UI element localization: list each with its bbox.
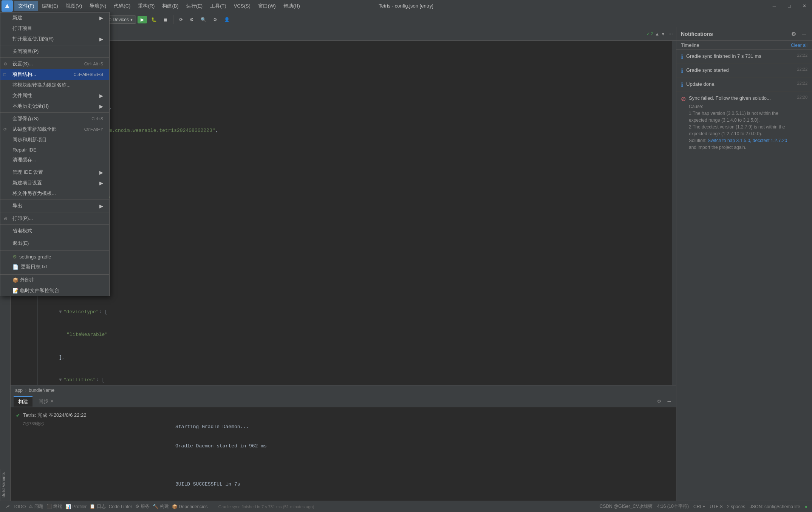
check-status: ✓ 2 [647, 31, 653, 36]
menu-edit[interactable]: 编辑(E) [38, 1, 62, 11]
menu-new[interactable]: 新建 ▶ [0, 12, 109, 23]
menu-file-update-log[interactable]: 📄 更新日志.txt [0, 261, 109, 272]
menu-external-libs[interactable]: 📦 外部库 [0, 275, 109, 285]
menu-file[interactable]: 文件(F) [14, 1, 38, 11]
debug-button[interactable]: 🐛 [148, 16, 159, 23]
editor-scrollbar[interactable] [672, 41, 676, 385]
run-button[interactable]: ▶ [138, 16, 147, 23]
menu-exit-label: 退出(E) [12, 240, 29, 247]
status-todo[interactable]: TODO [13, 504, 26, 509]
status-problems[interactable]: ⚠ 问题 [29, 503, 43, 510]
tab-more-btn[interactable]: ✓ 2 ▲ ▼ ⋯ [643, 27, 676, 40]
code-content[interactable]: ▼{ ▼"app": { "vendor": "cnoim", "bundleN… [38, 41, 672, 385]
toolbar-profile[interactable]: 👤 [221, 16, 232, 23]
menu-local-history[interactable]: 本地历史记录(H) ▶ [0, 101, 109, 111]
menu-save-all[interactable]: 全部保存(S) Ctrl+S [0, 113, 109, 124]
svg-marker-0 [5, 4, 9, 8]
menu-navigate[interactable]: 导航(N) [86, 1, 110, 11]
menu-new-arrow: ▶ [99, 15, 103, 21]
notif-item-4: ⊘ Sync failed. Follow the given solutio.… [676, 92, 812, 154]
menu-code[interactable]: 代码(C) [110, 1, 134, 11]
menu-save-as-template-label: 将文件另存为模板... [12, 190, 56, 197]
menu-file-settings-gradle[interactable]: ⚙ settings.gradle [0, 252, 109, 261]
build-panel-content: ✔ Tetris: 完成 在2024/8/6 22:22 7秒739毫秒 Sta… [11, 407, 676, 501]
breadcrumb-bundle-name[interactable]: bundleName [29, 388, 54, 393]
toolbar-search[interactable]: 🔍 [198, 16, 209, 23]
close-button[interactable]: ✕ [797, 0, 812, 12]
left-tab-build-variants[interactable]: Build Variants [0, 469, 10, 501]
menu-power-save[interactable]: 省电模式 [0, 226, 109, 236]
toolbar-gear[interactable]: ⚙ [210, 16, 220, 23]
status-terminal[interactable]: ⬛ 终端 [46, 503, 62, 510]
menu-run[interactable]: 运行(E) [183, 1, 206, 11]
maximize-button[interactable]: □ [782, 0, 797, 12]
menu-manage-ide[interactable]: 管理 IDE 设置 ▶ [0, 167, 109, 178]
menu-save-all-shortcut: Ctrl+S [84, 116, 103, 121]
menu-open-project[interactable]: 打开项目 [0, 23, 109, 34]
output-line-4: BUILD SUCCESSFUL in 7s [175, 481, 670, 489]
bottom-tab-sync[interactable]: 同步 ✕ [34, 396, 59, 406]
menu-new-project-settings[interactable]: 新建项目设置 ▶ [0, 178, 109, 188]
menu-close-project[interactable]: 关闭项目(P) [0, 46, 109, 57]
sync-tab-close[interactable]: ✕ [50, 398, 54, 404]
menu-recent[interactable]: 打开最近使用的(R) ▶ [0, 34, 109, 44]
notif-error-icon-4: ⊘ [681, 95, 686, 102]
menu-exit[interactable]: 退出(E) [0, 238, 109, 249]
output-line-1: Starting Gradle Daemon... [175, 423, 670, 431]
notification-list: ℹ Gradle sync finished in 7 s 731 ms 22:… [676, 50, 812, 501]
menu-refactor[interactable]: 重构(R) [134, 1, 158, 11]
status-linter[interactable]: Code Linter [109, 504, 132, 509]
notif-link-4[interactable]: Switch to hap 3.1.5.0, decctest 1.2.7.20 [708, 138, 787, 143]
clear-all-btn[interactable]: Clear all [791, 43, 807, 48]
file-menu-sep-4 [0, 166, 109, 166]
status-log[interactable]: 📋 日志 [90, 503, 105, 510]
bottom-ctrl-settings[interactable]: ⚙ [655, 398, 664, 405]
bottom-ctrl-close[interactable]: ─ [665, 398, 673, 405]
menu-settings[interactable]: ⚙ 设置(S)... Ctrl+Alt+S [0, 59, 109, 69]
fold-15[interactable]: ▼ [59, 376, 62, 384]
status-encoding[interactable]: CRLF [693, 504, 705, 509]
status-position[interactable]: 4:16 (10个字符) [657, 503, 689, 510]
status-profiler[interactable]: 📊 Profiler [65, 504, 87, 509]
menu-print[interactable]: 🖨 打印(P)... [0, 213, 109, 224]
status-services[interactable]: ⚙ 服务 [135, 503, 150, 510]
bottom-tab-build[interactable]: 构建 [14, 396, 32, 407]
menu-save-as-template[interactable]: 将文件另存为模板... [0, 188, 109, 199]
menu-reload-all[interactable]: ⟳ 从磁盘重新加载全部 Ctrl+Alt+Y [0, 124, 109, 135]
menu-scratch-files[interactable]: 📝 临时文件和控制台 [0, 285, 109, 296]
menu-save-all-label: 全部保存(S) [12, 115, 39, 122]
fold-12[interactable]: ▼ [59, 308, 62, 316]
status-charset[interactable]: UTF-8 [710, 504, 722, 509]
menu-repair-ide-label: Repair IDE [12, 147, 37, 153]
toolbar-settings2[interactable]: ⚙ [187, 16, 196, 23]
menu-file-settings-gradle-label: settings.gradle [19, 254, 51, 260]
menu-project-structure[interactable]: □ 项目结构... Ctrl+Alt+Shift+S [0, 69, 109, 80]
menu-view[interactable]: 视图(V) [62, 1, 86, 11]
status-indent[interactable]: 2 spaces [727, 504, 745, 509]
menu-help[interactable]: 帮助(H) [280, 1, 304, 11]
status-build[interactable]: 🔨 构建 [153, 503, 169, 510]
build-item-tetris[interactable]: ✔ Tetris: 完成 在2024/8/6 22:22 [14, 410, 166, 420]
notif-title-4: Sync failed. Follow the given solutio... [689, 95, 794, 102]
menu-vcs[interactable]: VCS(S) [230, 2, 254, 10]
minimize-button[interactable]: ─ [767, 0, 782, 12]
notif-settings-btn[interactable]: ⚙ [790, 30, 798, 38]
menu-module-group[interactable]: 将模块组转换为限定名称... [0, 80, 109, 90]
sync-button[interactable]: ⟳ [176, 16, 186, 23]
status-dependencies[interactable]: 📦 Dependencies [172, 504, 208, 509]
menu-sync-refresh[interactable]: 同步和刷新项目 [0, 135, 109, 145]
menu-build[interactable]: 构建(B) [158, 1, 182, 11]
menu-tools[interactable]: 工具(T) [206, 1, 230, 11]
menu-file-props[interactable]: 文件属性 ▶ [0, 90, 109, 101]
menu-window[interactable]: 窗口(W) [254, 1, 280, 11]
menu-clean-cache[interactable]: 清理缓存... [0, 155, 109, 165]
vcs-icon[interactable]: ⎇ [5, 504, 10, 509]
notif-minimize-btn[interactable]: ─ [801, 30, 807, 38]
status-filetype[interactable]: JSON: configSchema lite [750, 504, 800, 509]
menu-export[interactable]: 导出 ▶ [0, 201, 109, 211]
menu-settings-label: 设置(S)... [12, 60, 33, 67]
stop-button[interactable]: ◼ [161, 16, 170, 23]
breadcrumb-app[interactable]: app [15, 388, 23, 393]
menu-repair-ide[interactable]: Repair IDE [0, 145, 109, 155]
notif-title-1: Gradle sync finished in 7 s 731 ms [686, 53, 794, 60]
